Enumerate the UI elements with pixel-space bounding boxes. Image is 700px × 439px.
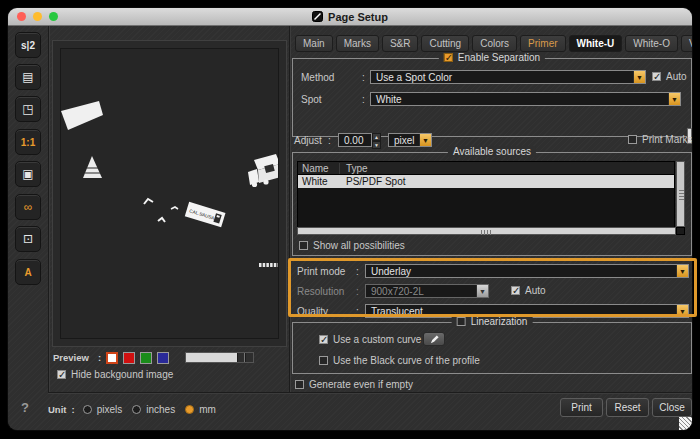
tab-primer[interactable]: Primer — [520, 35, 565, 52]
footer-divider — [48, 392, 692, 393]
help-button[interactable]: ? — [21, 400, 29, 415]
artwork-banner: CAL.SAUSA — [185, 202, 226, 227]
unit-inches-radio[interactable] — [132, 405, 141, 414]
unit-pixels-radio[interactable] — [83, 405, 92, 414]
show-all-checkbox[interactable] — [299, 241, 308, 250]
sidebar-divider — [48, 26, 49, 392]
close-window-icon[interactable] — [17, 12, 26, 21]
adjust-spinner[interactable]: ▲ ▼ — [372, 133, 381, 147]
table-row[interactable]: White PS/PDF Spot — [298, 175, 674, 188]
spin-up-icon[interactable]: ▲ — [372, 133, 381, 141]
table-horizontal-scrollbar[interactable] — [297, 227, 676, 235]
artwork-mark — [158, 218, 165, 222]
tab-marks[interactable]: Marks — [336, 35, 379, 52]
unit-label: Unit — [48, 404, 66, 415]
tab-white-o[interactable]: White-O — [625, 35, 678, 52]
dialog-body: s|2 ▤ ◳ 1:1 ▣ ∞ ⊡ A — [8, 26, 692, 430]
generate-empty-checkbox[interactable] — [295, 380, 304, 389]
black-curve-label: Use the Black curve of the profile — [333, 355, 480, 366]
artwork-mark — [171, 207, 178, 209]
tab-sr[interactable]: S&R — [382, 35, 419, 52]
enable-separation-label: Enable Separation — [458, 52, 540, 63]
artwork-flag-shape — [61, 101, 103, 130]
scrollbar-grip — [679, 188, 684, 200]
titlebar: Page Setup — [8, 8, 692, 26]
zoom-window-icon[interactable] — [49, 12, 58, 21]
swatch-white[interactable] — [106, 352, 118, 364]
preview-artwork: CAL.SAUSA — [61, 49, 278, 338]
column-name[interactable]: Name — [298, 163, 340, 174]
separator: : — [98, 352, 101, 363]
table-header: Name Type — [298, 162, 674, 175]
unit-mm-radio[interactable] — [185, 405, 194, 414]
resize-grip[interactable] — [679, 417, 692, 430]
hide-background-label: Hide backgound image — [71, 369, 173, 380]
sidebar-layout-icon[interactable]: ▤ — [15, 64, 41, 90]
reset-button[interactable]: Reset — [606, 398, 649, 417]
adjust-value-field[interactable]: 0.00 — [338, 133, 372, 147]
custom-curve-label: Use a custom curve — [333, 334, 421, 345]
app-icon — [312, 11, 323, 22]
close-button[interactable]: Close — [652, 398, 692, 417]
linearization-group: Linearization Use a custom curve Use the… — [292, 322, 692, 374]
linearization-checkbox[interactable] — [457, 317, 466, 326]
artwork-mark — [144, 199, 153, 204]
adjust-unit-dropdown[interactable]: pixel ▼ — [388, 133, 432, 147]
tab-main[interactable]: Main — [295, 35, 333, 52]
swatch-blue[interactable] — [157, 352, 169, 364]
method-auto-label: Auto — [666, 71, 687, 82]
show-all-label: Show all possibilities — [313, 240, 405, 251]
row-name-cell: White — [298, 176, 340, 187]
preview-opacity-slider[interactable] — [185, 352, 254, 363]
edit-curve-button[interactable] — [423, 332, 445, 346]
artwork-pyramid-shape — [83, 156, 102, 178]
print-marks-checkbox[interactable] — [628, 135, 637, 144]
tab-cutting[interactable]: Cutting — [421, 35, 469, 52]
scrollbar-corner — [676, 227, 685, 235]
separator: : — [71, 404, 74, 415]
print-marks-label: Print Marks — [642, 134, 692, 145]
unit-pixels-label: pixels — [97, 404, 123, 415]
column-type[interactable]: Type — [340, 163, 368, 174]
minimize-window-icon[interactable] — [33, 12, 42, 21]
slider-block — [238, 353, 245, 362]
separation-group: Enable Separation Method : Use a Spot Co… — [292, 58, 692, 137]
scrollbar-grip — [481, 230, 493, 235]
preview-label: Preview — [53, 352, 89, 363]
spin-down-icon[interactable]: ▼ — [372, 141, 381, 149]
table-vertical-scrollbar[interactable] — [676, 161, 685, 227]
sources-title: Available sources — [453, 146, 531, 157]
pencil-icon — [429, 334, 440, 345]
dropdown-arrow-icon: ▼ — [668, 93, 680, 105]
unit-inches-label: inches — [146, 404, 175, 415]
black-curve-checkbox[interactable] — [319, 356, 328, 365]
preview-panel: CAL.SAUSA — [52, 40, 287, 347]
slider-block — [246, 353, 253, 362]
sidebar-open-window-icon[interactable]: ◳ — [15, 96, 41, 122]
tab-varnish[interactable]: Varnish — [681, 35, 692, 52]
adjust-label: Adjust — [294, 135, 322, 146]
method-auto-checkbox[interactable] — [652, 72, 661, 81]
screenshot: Page Setup s|2 ▤ ◳ 1:1 ▣ ∞ ⊡ A — [0, 0, 700, 439]
hide-background-checkbox[interactable] — [57, 370, 66, 379]
sidebar-app-logo-icon[interactable]: s|2 — [15, 32, 41, 58]
custom-curve-checkbox[interactable] — [319, 335, 328, 344]
sidebar-center-view-icon[interactable]: ⊡ — [15, 226, 41, 252]
spot-dropdown[interactable]: White ▼ — [370, 92, 681, 106]
method-dropdown[interactable]: Use a Spot Color ▼ — [370, 70, 646, 84]
tab-bar: Main Marks S&R Cutting Colors Primer Whi… — [295, 35, 692, 52]
tab-white-u[interactable]: White-U — [569, 35, 623, 52]
swatch-red[interactable] — [123, 352, 135, 364]
unit-mm-label: mm — [199, 404, 216, 415]
sidebar-zoom-1to1-icon[interactable]: 1:1 — [15, 129, 41, 155]
enable-separation-checkbox[interactable] — [444, 53, 453, 62]
print-button[interactable]: Print — [560, 398, 603, 417]
slider-fill — [186, 353, 237, 362]
sidebar-link-icon[interactable]: ∞ — [15, 194, 41, 220]
panel-divider — [289, 26, 290, 392]
sidebar-text-tool-icon[interactable]: A — [15, 259, 41, 285]
annotation-highlight-box — [288, 258, 697, 317]
sidebar-fit-view-icon[interactable]: ▣ — [15, 161, 41, 187]
swatch-green[interactable] — [140, 352, 152, 364]
tab-colors[interactable]: Colors — [472, 35, 517, 52]
